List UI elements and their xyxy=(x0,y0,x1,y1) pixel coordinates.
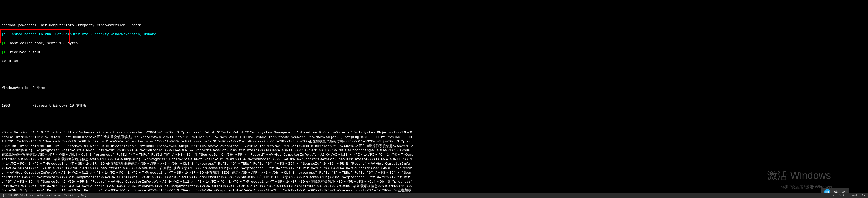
status-left: [DESKTOP-017IFV7] Administrator */8976 (… xyxy=(3,194,87,198)
command-text: powershell Get-ComputerInfo -Property Wi… xyxy=(18,23,142,27)
tasked-prefix: [*] xyxy=(2,32,8,36)
recv-line: received output: xyxy=(10,50,43,54)
table-separator: -------------- ------ xyxy=(2,95,866,99)
status-right: r: 6.2 last: 4s xyxy=(833,194,865,198)
clixml-marker: #< CLIXML xyxy=(2,59,866,64)
status-bar: [DESKTOP-017IFV7] Administrator */8976 (… xyxy=(0,193,868,198)
home-prefix: [+] xyxy=(2,41,8,45)
home-line: host called home, sent: 195 bytes xyxy=(10,41,78,45)
windows-activate-title: 激活 Windows xyxy=(767,169,831,182)
clixml-output: <Objs Version="1.1.0.1" xmlns="http://sc… xyxy=(2,131,413,198)
recv-prefix: [+] xyxy=(2,50,8,54)
tasked-line: Tasked beacon to run: Get-ComputerInfo -… xyxy=(10,32,156,36)
table-header: WindowsVersion OsName xyxy=(2,86,866,90)
table-row: 1903 Microsoft Windows 10 专业版 xyxy=(2,104,866,108)
beacon-prompt: beacon> xyxy=(2,23,16,27)
terminal-output[interactable]: beacon> powershell Get-ComputerInfo -Pro… xyxy=(0,18,868,198)
